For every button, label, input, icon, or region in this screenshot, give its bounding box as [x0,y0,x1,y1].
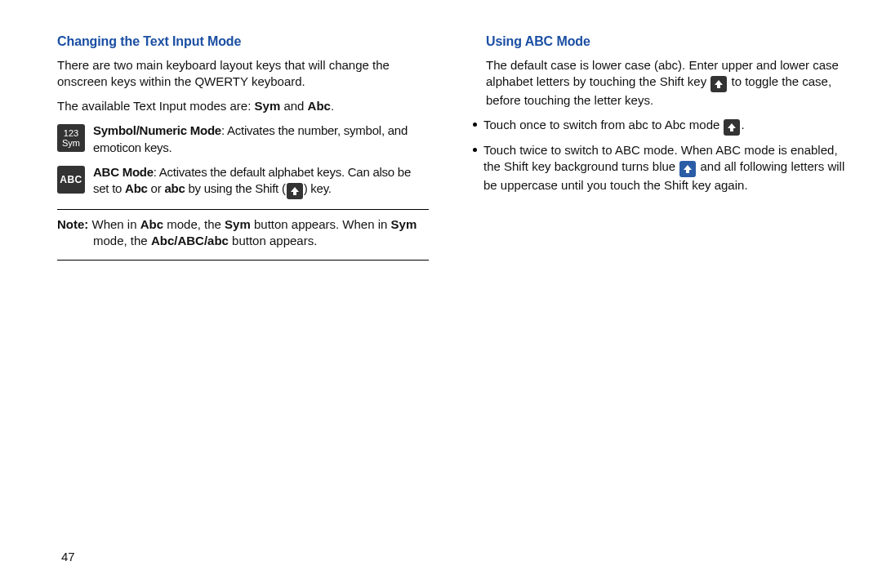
abc-description: ABC Mode: Activates the default alphabet… [93,164,429,199]
bold: Abc/ABC/abc [151,234,229,247]
text: . [741,118,744,131]
bold: Sym [225,217,251,231]
shift-up-arrow-icon [287,183,303,199]
icon-abc-label: ABC [60,175,82,185]
bullet-dot-icon [473,122,477,127]
mode-abc-item: ABC ABC Mode: Activates the default alph… [57,164,429,199]
text: mode, the [163,217,225,231]
bullet-text: Touch twice to switch to ABC mode. When … [483,142,858,194]
para-default-case: The default case is lower case (abc). En… [486,57,858,109]
text: button appears. [229,234,317,247]
shift-up-arrow-icon [724,119,740,136]
bullet-dot-icon [473,148,477,152]
bold: Abc [125,181,148,195]
abc-key-icon: ABC [57,166,85,194]
text: or [148,181,165,195]
text: ) key. [304,181,332,195]
bold: abc [164,181,185,195]
text: When in [88,217,140,231]
manual-page: Changing the Text Input Mode There are t… [0,0,882,588]
left-column: Changing the Text Input Mode There are t… [24,33,429,267]
bold-sym: Sym [255,99,281,113]
text: mode, the [93,234,151,247]
bold-abc: Abc [308,99,331,113]
sym-description: Symbol/Numeric Mode: Activates the numbe… [93,122,429,156]
text: Touch once to switch from abc to Abc mod… [483,118,723,131]
bullet-touch-once: Touch once to switch from abc to Abc mod… [473,117,858,136]
note-label: Note: [57,217,88,231]
text: and [280,99,307,113]
divider [57,209,429,210]
bold: Abc [140,217,163,231]
sym-key-icon: 123 Sym [57,124,85,152]
page-number: 47 [61,550,75,564]
two-column-layout: Changing the Text Input Mode There are t… [0,0,882,267]
para-intro: There are two main keyboard layout keys … [57,57,429,91]
heading-using-abc-mode: Using ABC Mode [486,33,858,51]
bold: Sym [391,217,417,231]
heading-changing-input-mode: Changing the Text Input Mode [57,33,429,51]
shift-up-arrow-icon [710,76,727,92]
text: button appears. When in [251,217,391,231]
text: The available Text Input modes are: [57,99,255,113]
bullet-touch-twice: Touch twice to switch to ABC mode. When … [473,142,858,194]
note-block: Note: When in Abc mode, the Sym button a… [57,216,429,250]
mode-sym-item: 123 Sym Symbol/Numeric Mode: Activates t… [57,122,429,156]
shift-up-arrow-blue-icon [679,161,696,177]
note-body: Note: When in Abc mode, the Sym button a… [57,216,429,250]
text: . [331,99,334,113]
icon-line1: 123 [64,129,78,138]
para-modes: The available Text Input modes are: Sym … [57,98,429,114]
bold: Symbol/Numeric Mode [93,123,221,137]
icon-line2: Sym [62,139,80,148]
bold: ABC Mode [93,165,154,179]
right-column: Using ABC Mode The default case is lower… [453,33,858,267]
bullet-text: Touch once to switch from abc to Abc mod… [483,117,745,136]
divider [57,260,429,261]
text: by using the Shift ( [185,181,286,195]
